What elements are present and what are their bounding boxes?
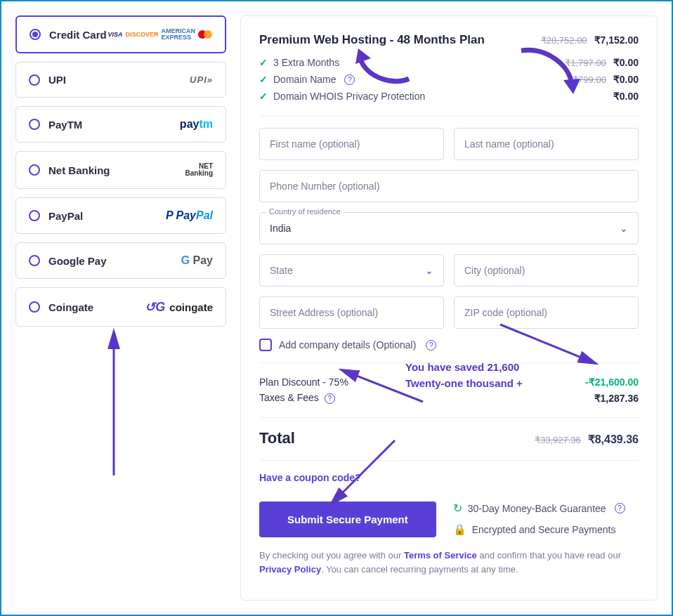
help-icon[interactable]: ? [344, 74, 355, 85]
include-label: 3 Extra Months [273, 57, 339, 68]
include-label: Domain Name [273, 74, 336, 85]
country-label: Country of residence [266, 207, 344, 216]
radio-icon [29, 255, 40, 266]
check-icon: ✓ [259, 57, 268, 68]
radio-icon [29, 74, 40, 86]
payment-option-label: Coingate [48, 301, 93, 313]
include-orig: ₹799.00 [573, 74, 606, 85]
plan-orig-price: ₹28,752.00 [541, 35, 587, 46]
plan-price: ₹7,152.00 [594, 34, 639, 46]
check-icon: ✓ [259, 74, 268, 85]
city-input[interactable] [454, 254, 639, 287]
payment-option-label: UPI [48, 74, 66, 86]
total-orig: ₹33,927.36 [535, 435, 581, 445]
chevron-down-icon: ⌄ [620, 223, 628, 234]
submit-payment-button[interactable]: Submit Secure Payment [259, 502, 436, 537]
zip-input[interactable] [454, 296, 639, 329]
include-price: ₹0.00 [613, 74, 639, 85]
privacy-link[interactable]: Privacy Policy [259, 564, 321, 575]
street-input[interactable] [259, 296, 444, 329]
radio-icon [29, 119, 40, 130]
radio-icon [29, 210, 40, 221]
payment-option-netbanking[interactable]: Net Banking NETBanking [15, 151, 226, 189]
taxes-value: ₹1,287.36 [594, 393, 639, 404]
refresh-icon: ↻ [453, 502, 462, 515]
phone-input[interactable] [259, 170, 639, 202]
help-icon[interactable]: ? [615, 503, 625, 513]
payment-option-label: PayTM [48, 119, 82, 131]
taxes-label: Taxes & Fees [259, 392, 319, 403]
last-name-input[interactable] [454, 128, 639, 160]
total-label: Total [259, 429, 295, 447]
payment-option-label: PayPal [48, 210, 83, 222]
payment-option-upi[interactable]: UPI UPI» [15, 62, 226, 98]
payment-option-label: Google Pay [48, 255, 107, 267]
discount-value: -₹21,600.00 [585, 376, 639, 388]
paypal-logo: P PayPal [166, 209, 213, 222]
terms-link[interactable]: Terms of Service [404, 550, 477, 561]
company-label: Add company details (Optional) [279, 339, 416, 350]
encrypted-text: Encrypted and Secure Payments [472, 524, 616, 535]
coupon-link[interactable]: Have a coupon code? [259, 472, 639, 483]
plan-title: Premium Web Hosting - 48 Months Plan [259, 33, 485, 47]
checkout-panel: Premium Web Hosting - 48 Months Plan ₹28… [240, 15, 658, 601]
state-placeholder: State [270, 265, 293, 276]
radio-icon [30, 29, 41, 40]
discount-label: Plan Discount - 75% [259, 376, 348, 388]
include-price: ₹0.00 [613, 57, 639, 68]
radio-icon [29, 301, 40, 313]
chevron-down-icon: ⌄ [425, 265, 433, 276]
lock-icon: 🔒 [453, 523, 466, 536]
include-price: ₹0.00 [613, 91, 639, 102]
payment-option-label: Credit Card [49, 29, 107, 41]
include-label: Domain WHOIS Privacy Protection [273, 91, 425, 102]
country-value: India [270, 223, 291, 234]
check-icon: ✓ [259, 91, 268, 102]
help-icon[interactable]: ? [426, 340, 436, 350]
total-value: ₹8,439.36 [588, 433, 639, 445]
payment-option-credit-card[interactable]: Credit Card VISA DISCOVER AMERICANEXPRES… [15, 15, 226, 53]
moneyback-text: 30-Day Money-Back Guarantee [468, 503, 606, 514]
payment-option-paypal[interactable]: PayPal P PayPal [15, 197, 226, 234]
first-name-input[interactable] [259, 128, 444, 160]
payment-option-googlepay[interactable]: Google Pay G Pay [15, 242, 226, 279]
legal-text: By checking out you agree with our Terms… [259, 549, 639, 576]
upi-logo: UPI» [190, 74, 213, 85]
payment-option-paytm[interactable]: PayTM paytm [15, 106, 226, 143]
paytm-logo: paytm [180, 118, 213, 131]
credit-card-logos: VISA DISCOVER AMERICANEXPRESS [107, 28, 212, 41]
country-select[interactable]: India ⌄ [259, 212, 639, 244]
radio-icon [29, 164, 40, 176]
netbanking-logo: NETBanking [185, 163, 213, 177]
gpay-logo: G Pay [181, 254, 213, 267]
payment-option-coingate[interactable]: Coingate ↺G coingate [15, 287, 226, 327]
payment-methods-sidebar: Credit Card VISA DISCOVER AMERICANEXPRES… [15, 15, 226, 601]
coingate-logo: ↺G coingate [145, 299, 213, 315]
payment-option-label: Net Banking [48, 164, 110, 176]
state-select[interactable]: State ⌄ [259, 254, 444, 287]
include-orig: ₹1,797.00 [565, 58, 606, 68]
company-checkbox[interactable] [259, 339, 272, 351]
help-icon[interactable]: ? [325, 393, 335, 404]
